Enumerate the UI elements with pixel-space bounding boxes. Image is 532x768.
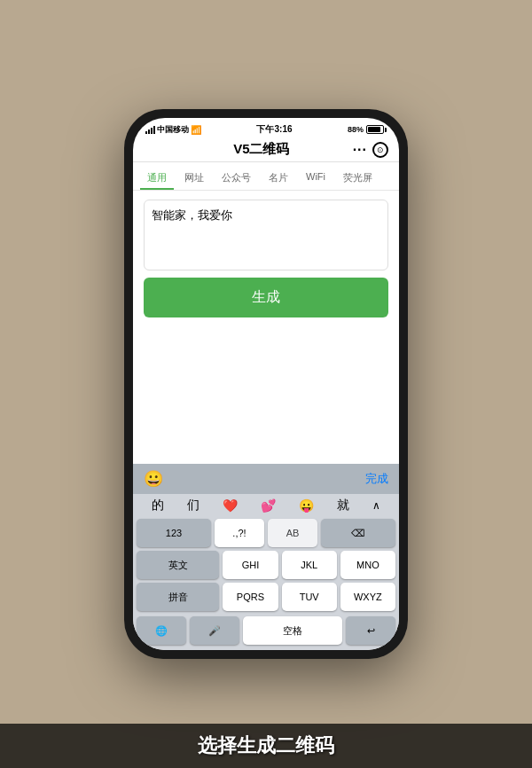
- battery-area: 88%: [348, 125, 387, 134]
- keyboard-area: 😀 完成 的 们 ❤️ 💕 😛 就 ∧ 123: [133, 464, 399, 650]
- pred-4[interactable]: 😛: [299, 498, 314, 513]
- key-punct[interactable]: .,?!: [215, 519, 264, 547]
- nav-scan-icon[interactable]: ⊙: [372, 142, 388, 158]
- key-globe[interactable]: 🌐: [137, 616, 186, 645]
- keyboard-row-2: 英文 GHI JKL MNO: [137, 551, 395, 579]
- key-mno[interactable]: MNO: [340, 551, 395, 579]
- key-jkl[interactable]: JKL: [282, 551, 337, 579]
- key-en[interactable]: 英文: [137, 551, 219, 579]
- nav-dots[interactable]: ···: [353, 142, 367, 158]
- battery-percent: 88%: [348, 125, 364, 134]
- predictive-bar: 的 们 ❤️ 💕 😛 就 ∧: [133, 494, 399, 517]
- key-123[interactable]: 123: [137, 519, 211, 547]
- tab-screen[interactable]: 荧光屏: [336, 168, 379, 190]
- status-bar: 中国移动 📶 下午3:16 88%: [133, 118, 399, 137]
- key-pinyin[interactable]: 拼音: [137, 583, 219, 611]
- keyboard-rows: 123 .,?! AB ⌫ 英文 GHI JKL MNO 拼音: [133, 517, 399, 616]
- tab-wifi[interactable]: WiFi: [299, 168, 332, 190]
- input-value: 智能家，我爱你: [152, 208, 232, 222]
- keyboard-row-3: 拼音 PQRS TUV WXYZ: [137, 583, 395, 611]
- time-display: 下午3:16: [256, 123, 292, 136]
- keyboard-toolbar: 😀 完成: [133, 464, 399, 494]
- status-left: 中国移动 📶: [145, 124, 201, 136]
- key-pqrs[interactable]: PQRS: [223, 583, 278, 611]
- phone-screen: 中国移动 📶 下午3:16 88% V5二维码: [133, 118, 399, 650]
- battery-icon: [366, 125, 387, 134]
- phone-device: 中国移动 📶 下午3:16 88% V5二维码: [124, 109, 408, 659]
- keyboard-row-1: 123 .,?! AB ⌫: [137, 519, 395, 547]
- key-ghi[interactable]: GHI: [223, 551, 278, 579]
- tab-url[interactable]: 网址: [177, 168, 211, 190]
- key-return[interactable]: ↩: [346, 616, 395, 645]
- content-area: 智能家，我爱你 生成: [133, 191, 399, 464]
- pred-1[interactable]: 们: [187, 498, 200, 513]
- emoji-button[interactable]: 😀: [144, 469, 163, 489]
- subtitle-bar: 选择生成二维码: [0, 724, 532, 768]
- key-mic[interactable]: 🎤: [190, 616, 239, 645]
- key-abc[interactable]: AB: [268, 519, 317, 547]
- done-button[interactable]: 完成: [365, 471, 388, 487]
- nav-right: ··· ⊙: [353, 142, 388, 158]
- pred-2[interactable]: ❤️: [223, 498, 238, 513]
- key-wxyz[interactable]: WXYZ: [340, 583, 395, 611]
- keyboard-bottom-row: 🌐 🎤 空格 ↩: [133, 616, 399, 645]
- tab-general[interactable]: 通用: [140, 168, 174, 190]
- pred-5[interactable]: 就: [337, 498, 349, 513]
- chevron-up-icon[interactable]: ∧: [372, 499, 380, 512]
- subtitle-text: 选择生成二维码: [198, 734, 334, 756]
- pred-3[interactable]: 💕: [261, 498, 276, 513]
- signal-icon: [145, 125, 155, 134]
- key-tuv[interactable]: TUV: [282, 583, 337, 611]
- tab-card[interactable]: 名片: [262, 168, 295, 190]
- generate-button[interactable]: 生成: [144, 278, 388, 317]
- key-space[interactable]: 空格: [243, 616, 342, 645]
- nav-title: V5二维码: [233, 141, 289, 158]
- key-backspace[interactable]: ⌫: [321, 519, 395, 547]
- wifi-icon: 📶: [191, 125, 201, 135]
- tabs-bar: 通用 网址 公众号 名片 WiFi 荧光屏: [133, 162, 399, 191]
- carrier-name: 中国移动: [157, 124, 189, 136]
- outer-wrapper: 中国移动 📶 下午3:16 88% V5二维码: [0, 0, 532, 768]
- pred-0[interactable]: 的: [152, 498, 164, 513]
- text-input-box[interactable]: 智能家，我爱你: [144, 200, 388, 270]
- nav-bar: V5二维码 ··· ⊙: [133, 137, 399, 162]
- tab-official[interactable]: 公众号: [215, 168, 258, 190]
